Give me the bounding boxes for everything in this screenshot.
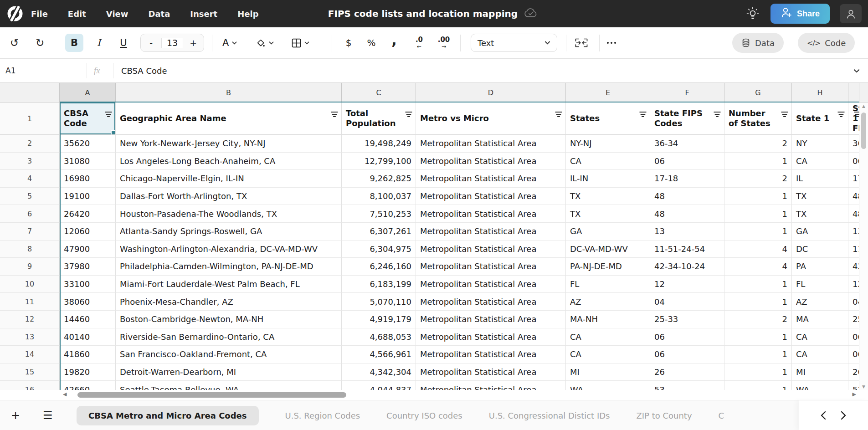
menu-edit[interactable]: Edit bbox=[68, 9, 86, 19]
row-header-7[interactable]: 7 bbox=[0, 223, 60, 241]
text-color-button[interactable]: A bbox=[220, 34, 240, 52]
fill-handle[interactable] bbox=[111, 130, 116, 135]
cell[interactable]: 26420 bbox=[60, 205, 116, 223]
more-options-button[interactable] bbox=[607, 42, 616, 44]
cell[interactable]: 2 bbox=[724, 135, 792, 153]
increase-decimal-button[interactable]: .00 → bbox=[434, 36, 454, 49]
cell[interactable]: NY bbox=[792, 135, 848, 153]
filter-icon[interactable] bbox=[555, 110, 562, 119]
cell[interactable]: 38060 bbox=[60, 293, 116, 311]
sheet-tab[interactable]: ZIP to County bbox=[636, 411, 692, 420]
cell[interactable]: 4 bbox=[724, 241, 792, 258]
borders-button[interactable] bbox=[289, 34, 312, 52]
cell[interactable]: 04 bbox=[848, 293, 859, 311]
cell[interactable]: Metropolitan Statistical Area bbox=[416, 258, 566, 276]
header-cell[interactable]: Number of States bbox=[724, 102, 792, 135]
cell[interactable]: Boston-Cambridge-Newton, MA-NH bbox=[116, 311, 342, 328]
row-header-12[interactable]: 12 bbox=[0, 311, 60, 328]
cell[interactable]: 12060 bbox=[60, 223, 116, 241]
number-format-dropdown[interactable]: Text bbox=[471, 34, 557, 52]
cell[interactable]: New York-Newark-Jersey City, NY-NJ bbox=[116, 135, 342, 153]
cell[interactable]: 12,799,100 bbox=[342, 153, 416, 170]
header-cell[interactable]: Geographic Area Name bbox=[116, 102, 342, 135]
cell[interactable]: 5,070,110 bbox=[342, 293, 416, 311]
cell[interactable]: 1 bbox=[724, 346, 792, 363]
italic-button[interactable]: I bbox=[90, 34, 108, 52]
cell[interactable]: 04 bbox=[650, 293, 724, 311]
cell[interactable]: TX bbox=[792, 188, 848, 205]
fill-color-button[interactable] bbox=[253, 34, 277, 52]
cell[interactable]: Washington-Arlington-Alexandria, DC-VA-M… bbox=[116, 241, 342, 258]
cell[interactable]: IL bbox=[792, 170, 848, 188]
cell[interactable]: Houston-Pasadena-The Woodlands, TX bbox=[116, 205, 342, 223]
cell[interactable]: 4,566,961 bbox=[342, 346, 416, 363]
cell[interactable]: CA bbox=[792, 346, 848, 363]
cell[interactable]: CA bbox=[792, 328, 848, 346]
cell[interactable]: TX bbox=[792, 205, 848, 223]
cell[interactable]: 31080 bbox=[60, 153, 116, 170]
cell[interactable]: AZ bbox=[792, 293, 848, 311]
cell[interactable]: Atlanta-Sandy Springs-Roswell, GA bbox=[116, 223, 342, 241]
cell[interactable]: 1 bbox=[724, 223, 792, 241]
column-header-E[interactable]: E bbox=[566, 83, 650, 102]
cell[interactable]: 19820 bbox=[60, 363, 116, 381]
cell[interactable]: CA bbox=[566, 346, 650, 363]
cell[interactable]: CA bbox=[566, 153, 650, 170]
scroll-right-icon[interactable]: ▶ bbox=[853, 391, 856, 397]
cell[interactable]: 26 bbox=[650, 363, 724, 381]
sheet-tab[interactable]: U.S. Congressional Distict IDs bbox=[489, 411, 610, 420]
cell[interactable]: Seattle-Tacoma-Bellevue, WA bbox=[116, 381, 342, 390]
menu-help[interactable]: Help bbox=[237, 9, 258, 19]
filter-icon[interactable] bbox=[405, 110, 412, 119]
cell[interactable]: 1 bbox=[724, 205, 792, 223]
cell[interactable]: 17-18 bbox=[650, 170, 724, 188]
cell[interactable]: 2 bbox=[724, 170, 792, 188]
row-header-1[interactable]: 1 bbox=[0, 102, 60, 135]
cell[interactable]: Metropolitan Statistical Area bbox=[416, 188, 566, 205]
cell[interactable]: 13 bbox=[848, 223, 859, 241]
sheet-tab[interactable]: U.S. Region Codes bbox=[285, 411, 360, 420]
column-header-G[interactable]: G bbox=[724, 83, 792, 102]
cell[interactable]: 9,262,825 bbox=[342, 170, 416, 188]
cell[interactable]: FL bbox=[792, 276, 848, 293]
cell[interactable]: GA bbox=[792, 223, 848, 241]
cell[interactable]: 06 bbox=[650, 346, 724, 363]
cell[interactable]: Metropolitan Statistical Area bbox=[416, 153, 566, 170]
row-header-16[interactable]: 16 bbox=[0, 381, 60, 390]
font-size-increase-button[interactable]: + bbox=[183, 38, 204, 48]
cell[interactable]: 12 bbox=[650, 276, 724, 293]
scroll-left-icon[interactable]: ◀ bbox=[63, 391, 67, 397]
tips-lightbulb-icon[interactable] bbox=[745, 6, 760, 21]
cell[interactable]: DC-VA-MD-WV bbox=[566, 241, 650, 258]
cell[interactable]: 06 bbox=[650, 153, 724, 170]
currency-format-button[interactable]: $ bbox=[339, 34, 358, 52]
cell[interactable]: 1 bbox=[724, 328, 792, 346]
column-header-D[interactable]: D bbox=[416, 83, 566, 102]
filter-icon[interactable] bbox=[781, 110, 788, 119]
merge-cells-button[interactable] bbox=[572, 34, 591, 52]
cell[interactable]: Detroit-Warren-Dearborn, MI bbox=[116, 363, 342, 381]
formula-input[interactable]: CBSA Code bbox=[121, 66, 167, 76]
row-header-13[interactable]: 13 bbox=[0, 328, 60, 346]
cell[interactable]: 25-33 bbox=[650, 311, 724, 328]
filter-icon[interactable] bbox=[639, 110, 647, 119]
cell[interactable]: GA bbox=[566, 223, 650, 241]
cell-reference-box[interactable]: A1 bbox=[5, 66, 15, 75]
cell[interactable]: MI bbox=[566, 363, 650, 381]
cell[interactable]: 17 bbox=[848, 170, 859, 188]
row-header-15[interactable]: 15 bbox=[0, 363, 60, 381]
cell[interactable]: PA-NJ-DE-MD bbox=[566, 258, 650, 276]
cell[interactable]: Metropolitan Statistical Area bbox=[416, 223, 566, 241]
cell[interactable]: NY-NJ bbox=[566, 135, 650, 153]
cell[interactable]: 4,919,179 bbox=[342, 311, 416, 328]
undo-icon[interactable]: ↺ bbox=[10, 37, 19, 49]
formula-expand-chevron-icon[interactable] bbox=[853, 67, 860, 75]
cell[interactable]: 6,307,261 bbox=[342, 223, 416, 241]
cell[interactable]: Philadelphia-Camden-Wilmington, PA-NJ-DE… bbox=[116, 258, 342, 276]
row-header-14[interactable]: 14 bbox=[0, 346, 60, 363]
cell[interactable]: 1 bbox=[724, 276, 792, 293]
decrease-decimal-button[interactable]: .0 ← bbox=[409, 36, 429, 49]
row-header-10[interactable]: 10 bbox=[0, 276, 60, 293]
cell[interactable]: San Francisco-Oakland-Fremont, CA bbox=[116, 346, 342, 363]
font-size-value[interactable]: 13 bbox=[161, 38, 183, 48]
